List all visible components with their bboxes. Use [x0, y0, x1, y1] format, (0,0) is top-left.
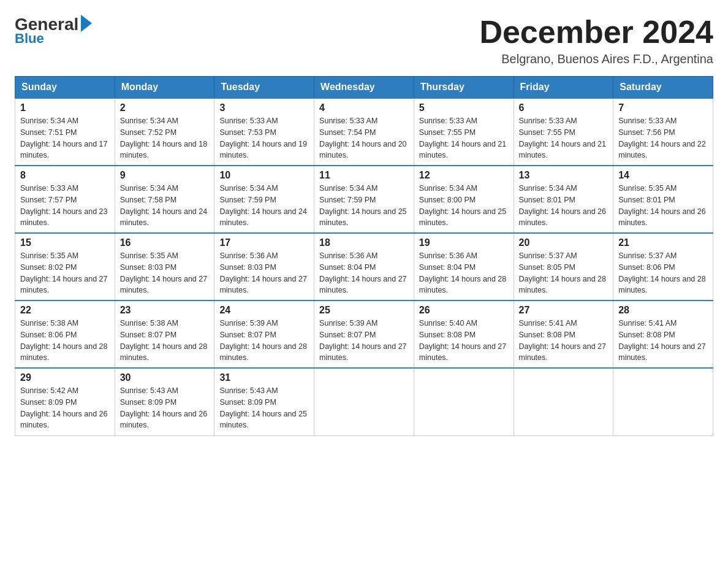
calendar-day-cell: 2 Sunrise: 5:34 AM Sunset: 7:52 PM Dayli…	[115, 98, 214, 166]
calendar-day-cell: 22 Sunrise: 5:38 AM Sunset: 8:06 PM Dayl…	[15, 301, 115, 368]
calendar-day-cell: 12 Sunrise: 5:34 AM Sunset: 8:00 PM Dayl…	[414, 166, 514, 233]
day-info: Sunrise: 5:33 AM Sunset: 7:55 PM Dayligh…	[419, 115, 509, 161]
day-info: Sunrise: 5:35 AM Sunset: 8:01 PM Dayligh…	[618, 183, 708, 229]
day-info: Sunrise: 5:38 AM Sunset: 8:07 PM Dayligh…	[120, 318, 210, 364]
day-info: Sunrise: 5:38 AM Sunset: 8:06 PM Dayligh…	[20, 318, 110, 364]
calendar-week-row: 1 Sunrise: 5:34 AM Sunset: 7:51 PM Dayli…	[15, 98, 713, 166]
day-info: Sunrise: 5:34 AM Sunset: 7:59 PM Dayligh…	[219, 183, 309, 229]
day-info: Sunrise: 5:36 AM Sunset: 8:04 PM Dayligh…	[319, 250, 409, 296]
calendar-week-row: 22 Sunrise: 5:38 AM Sunset: 8:06 PM Dayl…	[15, 301, 713, 368]
calendar-day-cell: 14 Sunrise: 5:35 AM Sunset: 8:01 PM Dayl…	[613, 166, 713, 233]
day-info: Sunrise: 5:34 AM Sunset: 7:59 PM Dayligh…	[319, 183, 409, 229]
calendar-day-cell: 19 Sunrise: 5:36 AM Sunset: 8:04 PM Dayl…	[414, 233, 514, 301]
day-number: 27	[519, 305, 609, 316]
day-number: 13	[519, 170, 609, 181]
day-number: 5	[419, 102, 509, 113]
day-number: 7	[618, 102, 708, 113]
day-number: 30	[120, 372, 210, 383]
calendar-day-cell	[314, 368, 414, 435]
day-info: Sunrise: 5:33 AM Sunset: 7:57 PM Dayligh…	[20, 183, 110, 229]
calendar-header-tuesday: Tuesday	[214, 77, 314, 99]
day-number: 28	[618, 305, 708, 316]
day-info: Sunrise: 5:34 AM Sunset: 7:51 PM Dayligh…	[20, 115, 110, 161]
day-number: 4	[319, 102, 409, 113]
calendar-day-cell: 28 Sunrise: 5:41 AM Sunset: 8:08 PM Dayl…	[613, 301, 713, 368]
day-info: Sunrise: 5:35 AM Sunset: 8:02 PM Dayligh…	[20, 250, 110, 296]
calendar-header-thursday: Thursday	[414, 77, 514, 99]
day-number: 29	[20, 372, 110, 383]
calendar-day-cell: 9 Sunrise: 5:34 AM Sunset: 7:58 PM Dayli…	[115, 166, 214, 233]
calendar-header-row: SundayMondayTuesdayWednesdayThursdayFrid…	[15, 77, 713, 99]
day-number: 18	[319, 237, 409, 248]
month-title: December 2024	[479, 15, 713, 50]
day-number: 20	[519, 237, 609, 248]
day-number: 3	[219, 102, 309, 113]
day-number: 11	[319, 170, 409, 181]
calendar-day-cell	[613, 368, 713, 435]
day-info: Sunrise: 5:35 AM Sunset: 8:03 PM Dayligh…	[120, 250, 210, 296]
calendar-day-cell: 15 Sunrise: 5:35 AM Sunset: 8:02 PM Dayl…	[15, 233, 115, 301]
calendar-table: SundayMondayTuesdayWednesdayThursdayFrid…	[15, 76, 713, 436]
calendar-day-cell: 20 Sunrise: 5:37 AM Sunset: 8:05 PM Dayl…	[514, 233, 613, 301]
day-info: Sunrise: 5:43 AM Sunset: 8:09 PM Dayligh…	[219, 385, 309, 431]
day-info: Sunrise: 5:43 AM Sunset: 8:09 PM Dayligh…	[120, 385, 210, 431]
day-number: 26	[419, 305, 509, 316]
day-number: 10	[219, 170, 309, 181]
calendar-day-cell: 4 Sunrise: 5:33 AM Sunset: 7:54 PM Dayli…	[314, 98, 414, 166]
calendar-day-cell: 7 Sunrise: 5:33 AM Sunset: 7:56 PM Dayli…	[613, 98, 713, 166]
calendar-day-cell: 24 Sunrise: 5:39 AM Sunset: 8:07 PM Dayl…	[214, 301, 314, 368]
day-info: Sunrise: 5:33 AM Sunset: 7:55 PM Dayligh…	[519, 115, 609, 161]
day-info: Sunrise: 5:39 AM Sunset: 8:07 PM Dayligh…	[219, 318, 309, 364]
day-number: 23	[120, 305, 210, 316]
day-info: Sunrise: 5:34 AM Sunset: 7:58 PM Dayligh…	[120, 183, 210, 229]
day-number: 1	[20, 102, 110, 113]
day-info: Sunrise: 5:33 AM Sunset: 7:56 PM Dayligh…	[618, 115, 708, 161]
calendar-day-cell: 16 Sunrise: 5:35 AM Sunset: 8:03 PM Dayl…	[115, 233, 214, 301]
day-number: 14	[618, 170, 708, 181]
calendar-day-cell: 23 Sunrise: 5:38 AM Sunset: 8:07 PM Dayl…	[115, 301, 214, 368]
calendar-header-saturday: Saturday	[613, 77, 713, 99]
calendar-day-cell: 3 Sunrise: 5:33 AM Sunset: 7:53 PM Dayli…	[214, 98, 314, 166]
calendar-day-cell	[514, 368, 613, 435]
day-number: 25	[319, 305, 409, 316]
day-info: Sunrise: 5:37 AM Sunset: 8:05 PM Dayligh…	[519, 250, 609, 296]
calendar-day-cell: 27 Sunrise: 5:41 AM Sunset: 8:08 PM Dayl…	[514, 301, 613, 368]
calendar-day-cell: 11 Sunrise: 5:34 AM Sunset: 7:59 PM Dayl…	[314, 166, 414, 233]
calendar-day-cell: 5 Sunrise: 5:33 AM Sunset: 7:55 PM Dayli…	[414, 98, 514, 166]
day-info: Sunrise: 5:41 AM Sunset: 8:08 PM Dayligh…	[618, 318, 708, 364]
calendar-day-cell: 29 Sunrise: 5:42 AM Sunset: 8:09 PM Dayl…	[15, 368, 115, 435]
day-number: 21	[618, 237, 708, 248]
day-info: Sunrise: 5:40 AM Sunset: 8:08 PM Dayligh…	[419, 318, 509, 364]
day-info: Sunrise: 5:34 AM Sunset: 8:01 PM Dayligh…	[519, 183, 609, 229]
day-number: 15	[20, 237, 110, 248]
calendar-header-sunday: Sunday	[15, 77, 115, 99]
calendar-week-row: 29 Sunrise: 5:42 AM Sunset: 8:09 PM Dayl…	[15, 368, 713, 435]
calendar-week-row: 15 Sunrise: 5:35 AM Sunset: 8:02 PM Dayl…	[15, 233, 713, 301]
day-info: Sunrise: 5:41 AM Sunset: 8:08 PM Dayligh…	[519, 318, 609, 364]
day-info: Sunrise: 5:33 AM Sunset: 7:53 PM Dayligh…	[219, 115, 309, 161]
day-info: Sunrise: 5:33 AM Sunset: 7:54 PM Dayligh…	[319, 115, 409, 161]
calendar-day-cell	[414, 368, 514, 435]
day-number: 17	[219, 237, 309, 248]
logo: General Blue	[15, 15, 92, 47]
day-number: 2	[120, 102, 210, 113]
logo-blue-text: Blue	[15, 31, 44, 47]
day-number: 22	[20, 305, 110, 316]
calendar-header-monday: Monday	[115, 77, 214, 99]
day-number: 8	[20, 170, 110, 181]
day-info: Sunrise: 5:36 AM Sunset: 8:04 PM Dayligh…	[419, 250, 509, 296]
day-number: 19	[419, 237, 509, 248]
day-number: 31	[219, 372, 309, 383]
logo-arrow-icon	[81, 15, 92, 32]
calendar-day-cell: 17 Sunrise: 5:36 AM Sunset: 8:03 PM Dayl…	[214, 233, 314, 301]
calendar-day-cell: 6 Sunrise: 5:33 AM Sunset: 7:55 PM Dayli…	[514, 98, 613, 166]
calendar-day-cell: 26 Sunrise: 5:40 AM Sunset: 8:08 PM Dayl…	[414, 301, 514, 368]
day-number: 9	[120, 170, 210, 181]
location-title: Belgrano, Buenos Aires F.D., Argentina	[479, 52, 713, 66]
calendar-day-cell: 21 Sunrise: 5:37 AM Sunset: 8:06 PM Dayl…	[613, 233, 713, 301]
day-info: Sunrise: 5:34 AM Sunset: 7:52 PM Dayligh…	[120, 115, 210, 161]
day-info: Sunrise: 5:42 AM Sunset: 8:09 PM Dayligh…	[20, 385, 110, 431]
day-info: Sunrise: 5:39 AM Sunset: 8:07 PM Dayligh…	[319, 318, 409, 364]
page-header: General Blue December 2024 Belgrano, Bue…	[15, 15, 713, 66]
calendar-day-cell: 25 Sunrise: 5:39 AM Sunset: 8:07 PM Dayl…	[314, 301, 414, 368]
